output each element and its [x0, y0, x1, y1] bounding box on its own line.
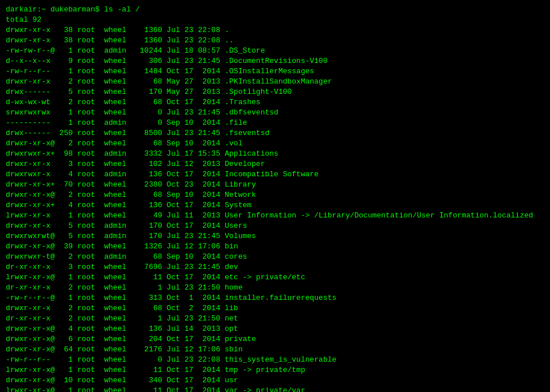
terminal-line: dr-xr-xr-x 3 root wheel 7696 Jul 23 21:4… [6, 262, 544, 272]
terminal-line: drwxr-xr-x@ 64 root wheel 2176 Jul 12 17… [6, 345, 544, 355]
terminal-line: -rw-r--r-- 1 root wheel 1484 Oct 17 2014… [6, 66, 544, 77]
terminal-line: drwxr-xr-x@ 2 root wheel 68 Sep 10 2014 … [6, 190, 544, 200]
terminal-line: drwxrwxrwt@ 5 root admin 170 Jul 23 21:4… [6, 231, 544, 241]
terminal-line: drwxr-xr-x@ 4 root wheel 136 Jul 14 2013… [6, 324, 544, 334]
terminal-output: total 92drwxr-xr-x 38 root wheel 1360 Ju… [6, 15, 544, 392]
terminal-line: drwxr-xr-x@ 6 root wheel 204 Oct 17 2014… [6, 334, 544, 345]
terminal-line: lrwxr-xr-x@ 1 root wheel 11 Oct 17 2014 … [6, 272, 544, 283]
terminal-line: -rw-r--r--@ 1 root wheel 313 Oct 1 2014 … [6, 293, 544, 303]
terminal-line: drwx------ 250 root wheel 8500 Jul 23 21… [6, 128, 544, 138]
terminal-line: -rw-rw-r--@ 1 root admin 10244 Jul 18 08… [6, 46, 544, 56]
terminal-line: drwxr-xr-x 3 root wheel 102 Jul 12 2013 … [6, 159, 544, 169]
terminal-line: drwxrwxr-t@ 2 root admin 68 Sep 10 2014 … [6, 252, 544, 262]
terminal-line: d-wx-wx-wt 2 root wheel 68 Oct 17 2014 .… [6, 97, 544, 108]
terminal-line: d--x--x--x 9 root wheel 306 Jul 23 21:45… [6, 56, 544, 66]
terminal-line: drwxr-xr-x 38 root wheel 1360 Jul 23 22:… [6, 35, 544, 46]
terminal-line: drwx------ 5 root wheel 170 May 27 2013 … [6, 87, 544, 97]
terminal-line: srwxrwxrwx 1 root wheel 0 Jul 23 21:45 .… [6, 108, 544, 118]
terminal-line: dr-xr-xr-x 2 root wheel 1 Jul 23 21:50 n… [6, 314, 544, 324]
terminal-window[interactable]: darkair:~ dukebarman$ ls -al / total 92d… [0, 0, 550, 392]
terminal-line: drwxr-xr-x+ 4 root wheel 136 Oct 17 2014… [6, 200, 544, 211]
terminal-line: lrwxr-xr-x@ 1 root wheel 11 Oct 17 2014 … [6, 386, 544, 392]
terminal-line: drwxrwxr-x 4 root admin 136 Oct 17 2014 … [6, 169, 544, 180]
terminal-line: drwxr-xr-x@ 39 root wheel 1326 Jul 12 17… [6, 241, 544, 252]
terminal-line: drwxr-xr-x 2 root wheel 68 Oct 2 2014 li… [6, 303, 544, 314]
terminal-line: drwxr-xr-x+ 70 root wheel 2380 Oct 23 20… [6, 180, 544, 190]
terminal-line: dr-xr-xr-x 2 root wheel 1 Jul 23 21:50 h… [6, 283, 544, 293]
terminal-line: lrwxr-xr-x 1 root wheel 49 Jul 11 2013 U… [6, 211, 544, 221]
terminal-line: ---------- 1 root admin 0 Sep 10 2014 .f… [6, 118, 544, 128]
terminal-line: drwxr-xr-x 5 root admin 170 Oct 17 2014 … [6, 221, 544, 231]
terminal-line: -rw-r--r-- 1 root wheel 0 Jul 23 22:08 t… [6, 355, 544, 365]
terminal-line: drwxr-xr-x@ 2 root wheel 68 Sep 10 2014 … [6, 138, 544, 149]
terminal-line: drwxr-xr-x 2 root wheel 68 May 27 2013 .… [6, 77, 544, 87]
command-prompt: darkair:~ dukebarman$ ls -al / [6, 5, 544, 15]
terminal-line: lrwxr-xr-x@ 1 root wheel 11 Oct 17 2014 … [6, 365, 544, 375]
terminal-line: drwxr-xr-x@ 10 root wheel 340 Oct 17 201… [6, 375, 544, 386]
terminal-line: total 92 [6, 15, 544, 25]
terminal-line: drwxrwxr-x+ 98 root admin 3332 Jul 17 15… [6, 149, 544, 159]
terminal-line: drwxr-xr-x 38 root wheel 1360 Jul 23 22:… [6, 25, 544, 35]
